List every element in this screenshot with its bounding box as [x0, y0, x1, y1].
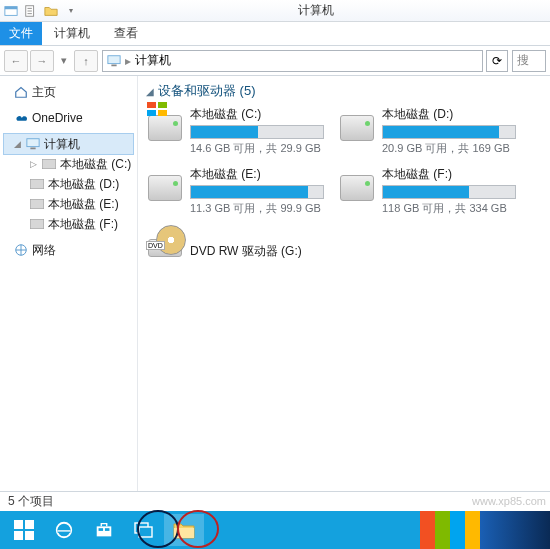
drive-icon — [30, 197, 44, 211]
qat-dropdown-icon[interactable]: ▾ — [64, 4, 78, 18]
section-devices-label: 设备和驱动器 (5) — [158, 82, 256, 100]
qat-properties-icon[interactable] — [24, 4, 38, 18]
titlebar: ▾ 计算机 — [0, 0, 550, 22]
svg-rect-19 — [105, 528, 110, 531]
drive-item[interactable]: 本地磁盘 (D:) 20.9 GB 可用，共 169 GB — [338, 106, 516, 156]
sidebar: 主页 OneDrive ◢ 计算机 ▷本地磁盘 (C:) 本地磁盘 (D:) 本… — [0, 76, 138, 491]
sidebar-item-computer[interactable]: ◢ 计算机 — [4, 134, 133, 154]
sidebar-item-drive-e[interactable]: 本地磁盘 (E:) — [4, 194, 133, 214]
svg-rect-10 — [30, 219, 44, 229]
sidebar-item-home[interactable]: 主页 — [4, 82, 133, 102]
start-button[interactable] — [4, 514, 44, 546]
svg-point-20 — [138, 511, 178, 547]
ribbon-tab-view[interactable]: 查看 — [102, 22, 150, 45]
nav-forward-button[interactable]: → — [30, 50, 54, 72]
drive-icon — [42, 157, 56, 171]
svg-rect-17 — [97, 526, 112, 536]
collapse-icon[interactable]: ◢ — [14, 139, 22, 149]
drive-name: 本地磁盘 (E:) — [190, 166, 324, 183]
status-item-count: 5 个项目 — [8, 493, 54, 510]
sidebar-item-drive-f[interactable]: 本地磁盘 (F:) — [4, 214, 133, 234]
svg-rect-15 — [25, 531, 34, 540]
taskbar-store-button[interactable] — [84, 514, 124, 546]
svg-point-21 — [178, 511, 218, 547]
taskbar — [0, 511, 550, 549]
onedrive-icon — [14, 111, 28, 125]
drive-item[interactable]: 本地磁盘 (C:) 14.6 GB 可用，共 29.9 GB — [146, 106, 324, 156]
sidebar-item-drive-d[interactable]: 本地磁盘 (D:) — [4, 174, 133, 194]
nav-back-button[interactable]: ← — [4, 50, 28, 72]
drive-free-text: 20.9 GB 可用，共 169 GB — [382, 141, 516, 156]
ribbon: 文件 计算机 查看 — [0, 22, 550, 46]
nav-history-dropdown[interactable]: ▾ — [56, 50, 72, 72]
color-grid-icon — [420, 511, 480, 549]
search-input[interactable]: 搜 — [512, 50, 546, 72]
dvd-icon: DVD — [146, 226, 184, 270]
ribbon-file-tab[interactable]: 文件 — [0, 22, 42, 45]
address-location: 计算机 — [135, 52, 171, 69]
sidebar-drive-d-label: 本地磁盘 (D:) — [48, 176, 119, 193]
drive-free-text: 14.6 GB 可用，共 29.9 GB — [190, 141, 324, 156]
svg-rect-9 — [30, 199, 44, 209]
qat-newfolder-icon[interactable] — [44, 4, 58, 18]
svg-rect-5 — [27, 139, 39, 147]
svg-rect-18 — [99, 528, 104, 531]
drive-free-text: 118 GB 可用，共 334 GB — [382, 201, 516, 216]
svg-rect-7 — [42, 159, 56, 169]
sidebar-computer-label: 计算机 — [44, 136, 80, 153]
content-pane: ◢ 设备和驱动器 (5) 本地磁盘 (C:) 14.6 GB 可用，共 29.9… — [138, 76, 550, 491]
usage-bar — [382, 185, 516, 199]
usage-bar — [190, 125, 324, 139]
taskbar-right-overlay — [420, 511, 550, 549]
expand-icon[interactable]: ▷ — [30, 159, 38, 169]
statusbar: 5 个项目 — [0, 491, 550, 511]
drive-icon — [30, 177, 44, 191]
computer-icon — [107, 54, 121, 68]
breadcrumb-sep-icon: ▸ — [125, 54, 131, 68]
nav-up-button[interactable]: ↑ — [74, 50, 98, 72]
taskbar-ie-button[interactable] — [44, 514, 84, 546]
window-title: 计算机 — [86, 2, 546, 19]
svg-rect-4 — [111, 64, 116, 66]
drive-item[interactable]: 本地磁盘 (E:) 11.3 GB 可用，共 99.9 GB — [146, 166, 324, 216]
svg-rect-3 — [108, 55, 120, 63]
collapse-section-icon[interactable]: ◢ — [146, 86, 154, 97]
refresh-icon: ⟳ — [492, 54, 502, 68]
refresh-button[interactable]: ⟳ — [486, 50, 508, 72]
network-icon — [14, 243, 28, 257]
sidebar-item-drive-c[interactable]: ▷本地磁盘 (C:) — [4, 154, 133, 174]
drive-item[interactable]: 本地磁盘 (F:) 118 GB 可用，共 334 GB — [338, 166, 516, 216]
sidebar-item-onedrive[interactable]: OneDrive — [4, 108, 133, 128]
svg-rect-14 — [14, 531, 23, 540]
address-bar[interactable]: ▸ 计算机 — [102, 50, 483, 72]
hdd-icon — [338, 166, 376, 210]
hdd-icon — [146, 166, 184, 210]
system-menu-icon[interactable] — [4, 4, 18, 18]
hdd-icon — [338, 106, 376, 150]
drive-name: 本地磁盘 (C:) — [190, 106, 324, 123]
svg-rect-8 — [30, 179, 44, 189]
svg-rect-12 — [14, 520, 23, 529]
ribbon-tab-computer[interactable]: 计算机 — [42, 22, 102, 45]
hdd-icon — [146, 106, 184, 150]
annotation-circle — [136, 509, 236, 549]
drive-name: 本地磁盘 (F:) — [382, 166, 516, 183]
drive-free-text: 11.3 GB 可用，共 99.9 GB — [190, 201, 324, 216]
svg-rect-13 — [25, 520, 34, 529]
search-placeholder: 搜 — [517, 52, 529, 69]
optical-drive-item[interactable]: DVD DVD RW 驱动器 (G:) — [146, 226, 324, 276]
sidebar-drive-e-label: 本地磁盘 (E:) — [48, 196, 119, 213]
watermark: www.xp85.com — [472, 495, 546, 507]
sidebar-item-network[interactable]: 网络 — [4, 240, 133, 260]
home-icon — [14, 85, 28, 99]
svg-rect-1 — [5, 6, 17, 9]
usage-bar — [382, 125, 516, 139]
computer-icon — [26, 137, 40, 151]
navbar: ← → ▾ ↑ ▸ 计算机 ⟳ 搜 — [0, 46, 550, 76]
section-devices-header[interactable]: ◢ 设备和驱动器 (5) — [146, 82, 542, 100]
sidebar-drive-f-label: 本地磁盘 (F:) — [48, 216, 118, 233]
sidebar-network-label: 网络 — [32, 242, 56, 259]
drive-name: 本地磁盘 (D:) — [382, 106, 516, 123]
sidebar-home-label: 主页 — [32, 84, 56, 101]
sidebar-drive-c-label: 本地磁盘 (C:) — [60, 156, 131, 173]
